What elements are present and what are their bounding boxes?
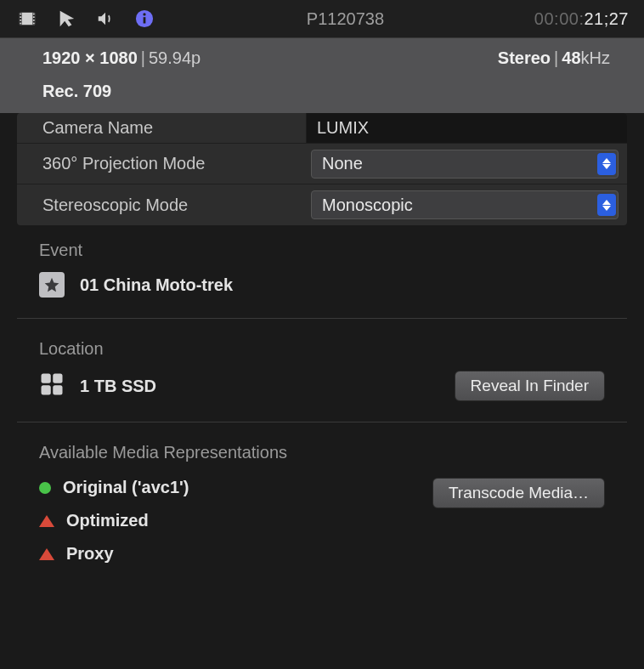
camera-name-value[interactable]: LUMIX	[306, 113, 627, 143]
svg-rect-4	[20, 16, 21, 18]
toolbar-tabs	[15, 8, 156, 30]
stereoscopic-row: Stereoscopic Mode Monoscopic	[17, 184, 627, 225]
projection-value: None	[322, 154, 363, 173]
location-name: 1 TB SSD	[80, 377, 156, 396]
volume-icon[interactable]	[93, 8, 117, 30]
dropdown-arrows-icon	[597, 194, 616, 216]
clip-title: P1120738	[156, 9, 534, 29]
divider	[17, 318, 627, 319]
location-section: Location 1 TB SSD Reveal In Finder	[0, 324, 644, 417]
divider	[17, 422, 627, 422]
svg-rect-14	[42, 373, 51, 383]
amr-proxy: Proxy	[39, 544, 189, 564]
transcode-media-button[interactable]: Transcode Media…	[432, 478, 605, 508]
location-item: 1 TB SSD Reveal In Finder	[39, 371, 605, 401]
resolution: 1920 × 1080	[42, 48, 138, 67]
info-icon[interactable]	[133, 8, 156, 30]
svg-rect-6	[20, 23, 21, 25]
status-warning-icon	[39, 548, 54, 560]
svg-rect-0	[20, 13, 35, 26]
camera-name-label: Camera Name	[17, 118, 306, 138]
event-star-icon	[39, 272, 65, 298]
status-warning-icon	[39, 515, 54, 527]
amr-proxy-label: Proxy	[66, 544, 114, 564]
audio-rate: 48	[562, 48, 580, 67]
projection-label: 360° Projection Mode	[17, 154, 306, 173]
audio-unit: kHz	[581, 48, 610, 67]
amr-original: Original ('avc1')	[39, 478, 189, 497]
event-label: Event	[39, 241, 605, 260]
stereoscopic-dropdown[interactable]: Monoscopic	[311, 190, 619, 219]
meta-row-1: 1920 × 1080|59.94p Stereo|48kHz	[0, 38, 644, 75]
clip-meta-block: 1920 × 1080|59.94p Stereo|48kHz Rec. 709	[0, 37, 644, 113]
event-section: Event 01 China Moto-trek	[0, 225, 644, 313]
film-icon[interactable]	[15, 8, 39, 30]
audio-channels: Stereo	[498, 48, 551, 67]
reveal-in-finder-button[interactable]: Reveal In Finder	[455, 371, 605, 401]
svg-rect-8	[33, 16, 35, 18]
svg-rect-10	[33, 23, 35, 25]
amr-optimized-label: Optimized	[66, 511, 149, 530]
timecode-dim: 00:00:	[534, 9, 585, 28]
svg-rect-3	[20, 14, 21, 15]
meta-audio: Stereo|48kHz	[498, 48, 610, 68]
location-label: Location	[39, 339, 605, 359]
meta-row-2: Rec. 709	[0, 75, 644, 113]
timecode: 00:00:21;27	[534, 9, 629, 29]
dropdown-arrows-icon	[597, 153, 616, 175]
event-name: 01 China Moto-trek	[80, 275, 233, 295]
svg-rect-17	[53, 385, 62, 394]
inspector-toolbar: P1120738 00:00:21;27	[0, 0, 644, 37]
svg-rect-15	[53, 373, 62, 383]
event-item: 01 China Moto-trek	[39, 272, 605, 298]
property-table: Camera Name LUMIX 360° Projection Mode N…	[17, 113, 627, 225]
color-space: Rec. 709	[42, 82, 111, 100]
timecode-active: 21;27	[584, 9, 629, 28]
volumes-icon	[39, 371, 65, 401]
stereoscopic-value: Monoscopic	[322, 196, 413, 215]
svg-rect-7	[33, 14, 35, 15]
svg-point-13	[143, 13, 145, 15]
amr-optimized: Optimized	[39, 511, 189, 530]
svg-rect-16	[42, 385, 51, 394]
projection-row: 360° Projection Mode None	[17, 144, 627, 184]
camera-name-row: Camera Name LUMIX	[17, 113, 627, 144]
frame-rate: 59.94p	[149, 48, 201, 67]
amr-label: Available Media Representations	[39, 443, 605, 462]
svg-rect-5	[20, 20, 21, 21]
svg-rect-12	[144, 17, 146, 23]
status-available-icon	[39, 482, 51, 494]
svg-rect-9	[33, 20, 35, 21]
stereoscopic-label: Stereoscopic Mode	[17, 196, 306, 215]
projection-dropdown[interactable]: None	[311, 150, 619, 179]
cursor-icon[interactable]	[54, 8, 78, 30]
amr-original-label: Original ('avc1')	[63, 478, 189, 497]
meta-video: 1920 × 1080|59.94p	[42, 48, 201, 68]
amr-section: Available Media Representations Original…	[0, 428, 644, 592]
